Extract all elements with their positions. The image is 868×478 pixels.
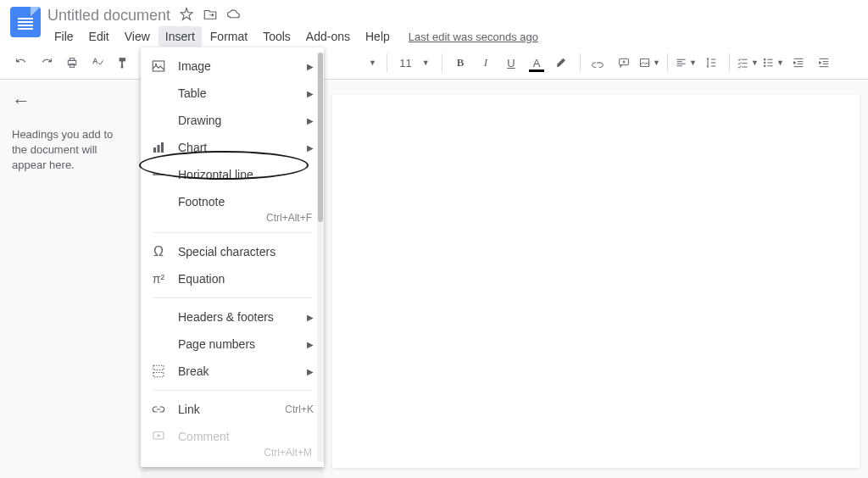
svg-rect-15 <box>153 373 164 377</box>
break-icon <box>151 364 166 379</box>
bold-button[interactable]: B <box>449 52 471 74</box>
header: Untitled document File Edit View Insert … <box>0 0 868 47</box>
menu-view[interactable]: View <box>118 26 157 47</box>
underline-button[interactable]: U <box>500 52 522 74</box>
insert-link[interactable]: Link Ctrl+K <box>141 396 324 423</box>
svg-rect-11 <box>158 145 160 153</box>
cloud-icon[interactable] <box>226 7 242 25</box>
redo-button[interactable] <box>36 52 58 74</box>
omega-icon: Ω <box>151 244 166 259</box>
menu-tools[interactable]: Tools <box>256 26 298 47</box>
decrease-indent-button[interactable] <box>787 52 810 74</box>
line-spacing-button[interactable] <box>700 52 722 74</box>
font-dropdown[interactable]: ▼ <box>342 57 380 69</box>
menu-file[interactable]: File <box>47 26 81 47</box>
document-title[interactable]: Untitled document <box>47 7 170 25</box>
outline-hint-text: Headings you add to the document will ap… <box>12 127 129 174</box>
insert-chart[interactable]: Chart ▶ <box>141 134 324 161</box>
submenu-arrow-icon: ▶ <box>307 89 314 98</box>
insert-image-button[interactable]: ▼ <box>638 52 660 74</box>
pi-icon: π² <box>151 271 166 286</box>
submenu-arrow-icon: ▶ <box>307 143 314 153</box>
svg-rect-10 <box>153 147 156 153</box>
menu-format[interactable]: Format <box>203 26 254 47</box>
insert-link-button[interactable] <box>587 52 609 74</box>
main-area: ← Headings you add to the document will … <box>0 80 868 478</box>
insert-equation[interactable]: π² Equation <box>141 265 324 292</box>
image-icon <box>151 58 166 74</box>
insert-break[interactable]: Break ▶ <box>141 358 324 385</box>
paint-format-button[interactable] <box>112 52 134 74</box>
svg-rect-0 <box>68 60 75 64</box>
submenu-arrow-icon: ▶ <box>307 340 314 349</box>
svg-rect-1 <box>70 58 74 61</box>
menu-divider <box>153 297 312 298</box>
document-area <box>324 80 868 478</box>
svg-rect-8 <box>153 61 164 71</box>
menu-scrollbar[interactable] <box>317 53 324 462</box>
toolbar: ▼ 11▼ B I U A ▼ ▼ ▼ ▼ <box>0 47 868 80</box>
insert-special-chars[interactable]: Ω Special characters <box>141 238 324 265</box>
insert-drawing[interactable]: Drawing ▶ <box>141 107 324 134</box>
svg-rect-2 <box>70 64 74 67</box>
insert-image[interactable]: Image ▶ <box>141 53 324 80</box>
move-icon[interactable] <box>203 7 218 25</box>
align-button[interactable]: ▼ <box>675 52 697 74</box>
star-icon[interactable] <box>179 7 194 25</box>
outline-sidebar: ← Headings you add to the document will … <box>0 80 141 478</box>
svg-point-7 <box>764 65 765 67</box>
menu-help[interactable]: Help <box>359 26 397 47</box>
submenu-arrow-icon: ▶ <box>307 62 314 71</box>
insert-comment: Comment <box>141 423 324 450</box>
docs-icon[interactable] <box>10 7 41 37</box>
font-size-dropdown[interactable]: 11▼ <box>394 55 435 71</box>
submenu-arrow-icon: ▶ <box>307 367 314 376</box>
menu-edit[interactable]: Edit <box>82 26 116 47</box>
insert-headers-footers[interactable]: Headers & footers ▶ <box>141 303 324 331</box>
submenu-arrow-icon: ▶ <box>307 116 314 125</box>
svg-point-5 <box>764 58 765 60</box>
bulleted-list-button[interactable]: ▼ <box>762 52 784 74</box>
spellcheck-button[interactable] <box>86 52 108 74</box>
print-button[interactable] <box>61 52 83 74</box>
menu-addons[interactable]: Add-ons <box>299 26 357 47</box>
insert-footnote[interactable]: Footnote <box>141 188 324 215</box>
italic-button[interactable]: I <box>475 52 497 74</box>
page[interactable] <box>332 95 860 468</box>
svg-rect-4 <box>641 59 649 67</box>
insert-page-numbers[interactable]: Page numbers ▶ <box>141 331 324 358</box>
svg-point-6 <box>764 62 765 64</box>
menu-insert[interactable]: Insert <box>159 26 202 47</box>
checklist-button[interactable]: ▼ <box>737 52 759 74</box>
insert-table[interactable]: Table ▶ <box>141 80 324 107</box>
insert-horizontal-line[interactable]: Horizontal line <box>141 161 324 188</box>
undo-button[interactable] <box>10 52 32 74</box>
last-edit-link[interactable]: Last edit was seconds ago <box>409 31 538 43</box>
comment-icon <box>151 429 166 444</box>
highlight-button[interactable] <box>551 52 573 74</box>
menu-divider <box>153 390 312 391</box>
insert-dropdown: Image ▶ Table ▶ Drawing ▶ Chart ▶ Horizo… <box>141 47 324 467</box>
svg-point-9 <box>155 64 157 65</box>
menubar: File Edit View Insert Format Tools Add-o… <box>47 26 538 47</box>
chart-icon <box>151 140 166 155</box>
menu-divider <box>153 232 312 233</box>
back-arrow-icon[interactable]: ← <box>12 90 31 112</box>
submenu-arrow-icon: ▶ <box>307 313 314 322</box>
hline-icon <box>151 167 166 182</box>
text-color-button[interactable]: A <box>526 52 548 74</box>
link-icon <box>151 402 166 417</box>
increase-indent-button[interactable] <box>813 52 835 74</box>
svg-rect-14 <box>153 365 164 370</box>
svg-rect-12 <box>161 142 164 153</box>
insert-comment-button[interactable] <box>613 52 635 74</box>
